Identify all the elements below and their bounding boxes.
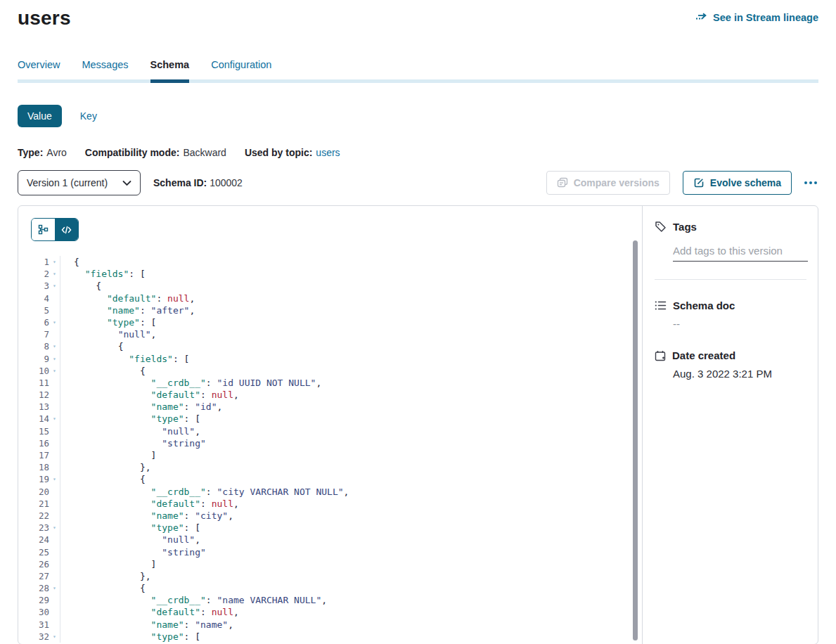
line-number: 30 — [18, 606, 49, 618]
code-text: }, — [60, 570, 151, 582]
value-toggle-button[interactable]: Value — [18, 105, 62, 127]
date-created-header: Date created — [655, 349, 806, 361]
fold-arrow-icon[interactable]: ▾ — [49, 522, 60, 534]
code-line: 4 "default": null, — [18, 292, 642, 304]
stream-lineage-link[interactable]: See in Stream lineage — [695, 12, 818, 23]
code-line: 1▾{ — [18, 256, 642, 268]
stream-lineage-icon — [695, 12, 708, 23]
code-text: "name": "city", — [60, 510, 233, 522]
line-number: 14 — [18, 413, 49, 425]
code-line: 16 "string" — [18, 437, 642, 449]
evolve-schema-icon — [693, 177, 705, 188]
fold-arrow-icon[interactable]: ▾ — [49, 473, 60, 485]
fold-gutter — [49, 570, 60, 582]
code-line: 26 ] — [18, 558, 642, 570]
code-view-icon — [61, 226, 72, 234]
chevron-down-icon — [122, 180, 131, 186]
version-select[interactable]: Version 1 (current) — [18, 170, 141, 195]
header: users See in Stream lineage — [18, 0, 818, 30]
schema-sidebar: Tags Schema do — [643, 206, 818, 644]
tab-underline-track — [18, 79, 818, 83]
tree-view-button[interactable] — [32, 219, 55, 240]
code-text: "type": [ — [60, 316, 156, 328]
tree-view-icon — [38, 224, 49, 235]
compare-versions-label: Compare versions — [574, 177, 660, 188]
evolve-schema-button[interactable]: Evolve schema — [683, 171, 792, 195]
code-line: 21 "default": null, — [18, 498, 642, 510]
fold-arrow-icon[interactable]: ▾ — [49, 582, 60, 594]
code-line: 3▾ { — [18, 280, 642, 292]
fold-gutter — [49, 558, 60, 570]
schema-doc-value: -- — [673, 318, 806, 330]
editor-scrollbar[interactable] — [633, 240, 638, 640]
fold-gutter — [49, 510, 60, 522]
fold-arrow-icon[interactable]: ▾ — [49, 413, 60, 425]
more-options-button[interactable] — [803, 177, 818, 188]
fold-arrow-icon[interactable]: ▾ — [49, 280, 60, 292]
view-mode-toggle — [31, 218, 79, 241]
code-line: 22 "name": "city", — [18, 510, 642, 522]
line-number: 31 — [18, 619, 49, 631]
fold-arrow-icon[interactable]: ▾ — [49, 631, 60, 643]
date-created-value: Aug. 3 2022 3:21 PM — [673, 368, 806, 380]
code-text: { — [60, 582, 146, 594]
fold-arrow-icon[interactable]: ▾ — [49, 353, 60, 365]
code-text: "null", — [60, 328, 156, 340]
fold-arrow-icon[interactable]: ▾ — [49, 256, 60, 268]
schema-panel: 1▾{2▾ "fields": [3▾ {4 "default": null,5… — [18, 205, 818, 644]
tab-configuration[interactable]: Configuration — [211, 59, 271, 83]
line-number: 21 — [18, 498, 49, 510]
fold-arrow-icon[interactable]: ▾ — [49, 365, 60, 377]
code-line: 24 "null", — [18, 534, 642, 546]
schema-doc-header: Schema doc — [655, 300, 806, 311]
code-text: "fields": [ — [60, 268, 146, 280]
code-line: 5 "name": "after", — [18, 304, 642, 316]
fold-gutter — [49, 401, 60, 413]
tab-schema[interactable]: Schema — [150, 59, 190, 83]
fold-gutter — [49, 606, 60, 618]
code-line: 31 "name": "name", — [18, 619, 642, 631]
add-tags-input[interactable] — [673, 243, 808, 262]
version-bar: Version 1 (current) Schema ID: 100002 — [18, 170, 818, 195]
fold-gutter — [49, 377, 60, 389]
fold-arrow-icon[interactable]: ▾ — [49, 340, 60, 352]
meta-used-by-topic: Used by topic: users — [245, 147, 340, 158]
code-line: 27 }, — [18, 570, 642, 582]
code-line: 7 "null", — [18, 328, 642, 340]
value-key-toggle: Value Key — [18, 105, 818, 127]
compatibility-value: Backward — [183, 147, 226, 158]
code-view-button[interactable] — [55, 219, 78, 240]
line-number: 7 — [18, 328, 49, 340]
code-text: { — [60, 340, 123, 352]
fold-gutter — [49, 546, 60, 558]
code-text: "name": "id", — [60, 401, 222, 413]
date-created-section: Date created Aug. 3 2022 3:21 PM — [655, 349, 806, 380]
used-by-topic-link[interactable]: users — [316, 147, 340, 158]
code-line: 19▾ { — [18, 473, 642, 485]
ellipsis-icon — [804, 181, 807, 184]
schema-id-value: 100002 — [210, 177, 243, 188]
key-toggle-button[interactable]: Key — [80, 110, 97, 122]
tags-header: Tags — [655, 221, 806, 233]
compare-versions-button[interactable]: Compare versions — [546, 171, 670, 195]
fold-gutter — [49, 534, 60, 546]
code-text: { — [60, 365, 146, 377]
schema-doc-section: Schema doc -- — [655, 300, 806, 330]
fold-gutter — [49, 449, 60, 461]
line-number: 10 — [18, 365, 49, 377]
code-line: 6▾ "type": [ — [18, 316, 642, 328]
line-number: 17 — [18, 449, 49, 461]
meta-compatibility: Compatibility mode: Backward — [85, 147, 226, 158]
code-lines: 1▾{2▾ "fields": [3▾ {4 "default": null,5… — [18, 256, 642, 643]
line-number: 5 — [18, 304, 49, 316]
list-icon — [655, 300, 667, 311]
code-text: "null", — [60, 425, 200, 437]
schema-id: Schema ID: 100002 — [153, 177, 243, 188]
tab-messages[interactable]: Messages — [82, 59, 128, 83]
tab-overview[interactable]: Overview — [18, 59, 60, 83]
code-text: "default": null, — [60, 606, 239, 618]
page: users See in Stream lineage Overview Mes… — [0, 0, 836, 644]
fold-arrow-icon[interactable]: ▾ — [49, 268, 60, 280]
fold-arrow-icon[interactable]: ▾ — [49, 316, 60, 328]
code-text: "string" — [60, 437, 206, 449]
